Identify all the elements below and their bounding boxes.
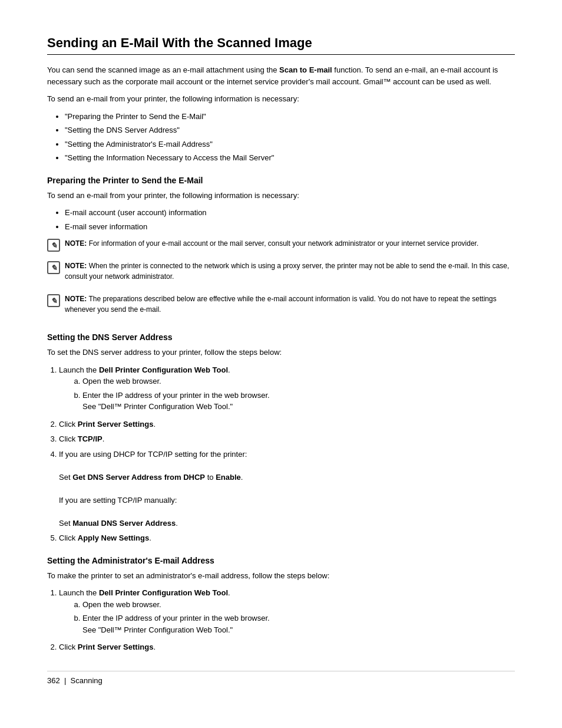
- note-block-1: ✎ NOTE: For information of your e-mail a…: [47, 238, 515, 255]
- footer-separator: |: [64, 676, 66, 685]
- step-1: Launch the Dell Printer Configuration We…: [59, 364, 515, 413]
- list-item: "Setting the Information Necessary to Ac…: [65, 152, 515, 164]
- intro-paragraph-2: To send an e-mail from your printer, the…: [47, 93, 515, 105]
- section2-intro: To set the DNS server address to your pr…: [47, 347, 515, 358]
- note-block-3: ✎ NOTE: The preparations described below…: [47, 294, 515, 321]
- list-item: "Setting the Administrator's E-mail Addr…: [65, 139, 515, 150]
- footer-page-number: 362: [47, 676, 60, 685]
- section3-substep-1b: Enter the IP address of your printer in …: [82, 612, 515, 635]
- section3-steps: Launch the Dell Printer Configuration We…: [59, 587, 515, 653]
- intro-paragraph-1: You can send the scanned image as an e-m…: [47, 64, 515, 87]
- section3-step-1: Launch the Dell Printer Configuration We…: [59, 587, 515, 635]
- step-1-substeps: Open the web browser. Enter the IP addre…: [82, 375, 515, 413]
- list-item: "Setting the DNS Server Address": [65, 124, 515, 136]
- list-item: "Preparing the Printer to Send the E-Mai…: [65, 111, 515, 123]
- footer-section: Scanning: [71, 676, 103, 685]
- note-text-1: NOTE: For information of your e-mail acc…: [65, 238, 515, 249]
- step-3: Click TCP/IP.: [59, 433, 515, 445]
- substep-1a: Open the web browser.: [82, 375, 515, 387]
- section2-steps: Launch the Dell Printer Configuration We…: [59, 364, 515, 544]
- section2-heading: Setting the DNS Server Address: [47, 332, 515, 342]
- list-item: E-mail account (user account) informatio…: [65, 207, 515, 219]
- footer-bar: 362 | Scanning: [47, 671, 515, 685]
- section3-intro: To make the printer to set an administra…: [47, 570, 515, 582]
- page-title: Sending an E-Mail With the Scanned Image: [47, 35, 515, 55]
- note-icon-1: ✎: [47, 239, 60, 252]
- intro-bullet-list: "Preparing the Printer to Send the E-Mai…: [65, 111, 515, 164]
- note-text-2: NOTE: When the printer is connected to t…: [65, 261, 515, 282]
- substep-1b: Enter the IP address of your printer in …: [82, 390, 515, 413]
- section1-intro: To send an e-mail from your printer, the…: [47, 190, 515, 202]
- note-block-2: ✎ NOTE: When the printer is connected to…: [47, 261, 515, 288]
- section3-step-2: Click Print Server Settings.: [59, 641, 515, 653]
- step-5: Click Apply New Settings.: [59, 532, 515, 544]
- section3-substep-1a: Open the web browser.: [82, 599, 515, 611]
- step-4: If you are using DHCP for TCP/IP setting…: [59, 449, 515, 529]
- section3-step-1-substeps: Open the web browser. Enter the IP addre…: [82, 599, 515, 636]
- note-icon-3: ✎: [47, 294, 60, 307]
- section1-heading: Preparing the Printer to Send the E-Mail: [47, 176, 515, 185]
- section3-heading: Setting the Administrator's E-mail Addre…: [47, 556, 515, 565]
- section1-bullet-list: E-mail account (user account) informatio…: [65, 207, 515, 232]
- list-item: E-mail sever information: [65, 221, 515, 233]
- note-text-3: NOTE: The preparations described below a…: [65, 294, 515, 315]
- step-2: Click Print Server Settings.: [59, 419, 515, 430]
- note-icon-2: ✎: [47, 261, 60, 274]
